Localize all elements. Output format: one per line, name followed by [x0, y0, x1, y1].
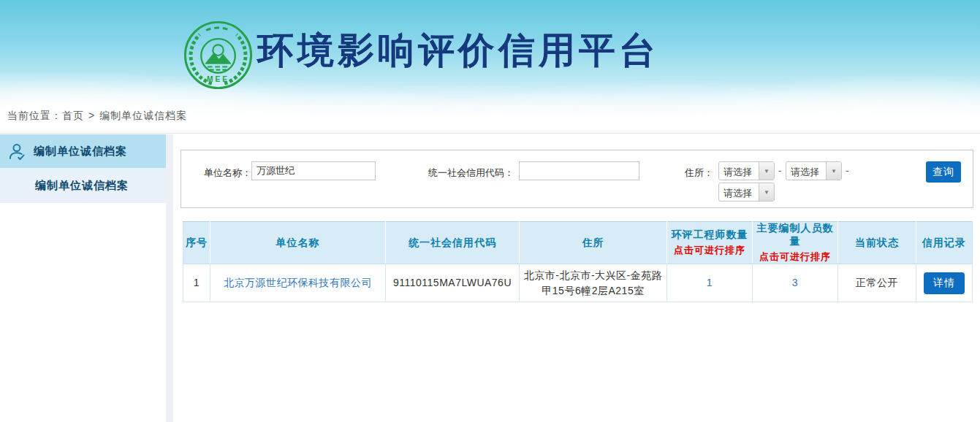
results-table: 序号 单位名称 统一社会信用代码 住所 环评工程师数量 点击可进行排序 主要编制… — [183, 221, 973, 302]
sidebar-item-unit-credit-archive[interactable]: 编制单位诚信档案 — [0, 134, 166, 168]
detail-button[interactable]: 详情 — [924, 272, 965, 294]
unit-name-label: 单位名称： — [189, 166, 251, 180]
sidebar: 编制单位诚信档案 编制单位诚信档案 — [0, 134, 166, 203]
city-select[interactable]: 请选择 ▼ — [786, 161, 842, 180]
col-engineer-count-title: 环评工程师数量 — [667, 229, 752, 242]
unit-name-link[interactable]: 北京万源世纪环保科技有限公司 — [224, 277, 372, 288]
breadcrumb: 当前位置：首页>编制单位诚信档案 — [7, 110, 187, 123]
main-content: 单位名称： 统一社会信用代码： 住所： 请选择 ▼ - 请选择 ▼ - 请选择 … — [173, 134, 980, 422]
province-select-value: 请选择 — [719, 162, 759, 180]
district-select[interactable]: 请选择 ▼ — [718, 183, 775, 202]
address-dash: - — [778, 165, 781, 176]
col-credit-record: 信用记录 — [916, 222, 973, 264]
page-title: 环境影响评价信用平台 — [257, 26, 659, 75]
staff-count-link[interactable]: 3 — [792, 277, 798, 288]
col-credit-code: 统一社会信用代码 — [386, 222, 520, 264]
chevron-down-icon: ▼ — [764, 189, 770, 196]
table-row: 1 北京万源世纪环保科技有限公司 91110115MA7LWUA76U 北京市-… — [183, 264, 973, 302]
cell-address: 北京市-北京市-大兴区-金苑路甲15号6幢2层A215室 — [520, 264, 667, 302]
breadcrumb-prefix: 当前位置： — [7, 110, 62, 121]
cell-status: 正常公开 — [838, 264, 916, 302]
breadcrumb-current: 编制单位诚信档案 — [99, 110, 187, 121]
person-check-icon — [7, 142, 27, 161]
logo-mee-text: MEE — [207, 75, 229, 83]
col-engineer-count-sortable[interactable]: 环评工程师数量 点击可进行排序 — [667, 222, 753, 264]
query-button[interactable]: 查询 — [926, 161, 961, 183]
search-panel: 单位名称： 统一社会信用代码： 住所： 请选择 ▼ - 请选择 ▼ - 请选择 … — [181, 150, 973, 208]
cell-credit-code: 91110115MA7LWUA76U — [386, 264, 520, 302]
col-status: 当前状态 — [838, 222, 916, 264]
sort-hint: 点击可进行排序 — [753, 250, 837, 264]
address-dash: - — [846, 165, 848, 176]
sidebar-subitem-unit-credit-archive[interactable]: 编制单位诚信档案 — [0, 168, 166, 203]
mee-logo-icon: MEE — [183, 20, 254, 91]
cell-index: 1 — [183, 264, 210, 302]
page-body: 编制单位诚信档案 编制单位诚信档案 单位名称： 统一社会信用代码： 住所： 请选… — [0, 134, 980, 422]
header-banner: MEE 环境影响评价信用平台 当前位置：首页>编制单位诚信档案 — [0, 0, 980, 134]
col-index: 序号 — [183, 222, 210, 264]
breadcrumb-home-link[interactable]: 首页 — [62, 110, 84, 121]
chevron-down-icon: ▼ — [764, 168, 770, 174]
chevron-down-icon: ▼ — [831, 168, 837, 174]
address-label: 住所： — [664, 166, 713, 180]
col-staff-count-title: 主要编制人员数量 — [753, 222, 837, 248]
district-select-value: 请选择 — [719, 183, 759, 201]
sort-hint: 点击可进行排序 — [667, 244, 752, 257]
province-select[interactable]: 请选择 ▼ — [718, 161, 775, 180]
col-address: 住所 — [520, 222, 667, 264]
credit-code-input[interactable] — [519, 161, 639, 180]
sidebar-subitem-label: 编制单位诚信档案 — [35, 179, 129, 193]
breadcrumb-separator: > — [88, 110, 95, 121]
col-staff-count-sortable[interactable]: 主要编制人员数量 点击可进行排序 — [753, 222, 838, 264]
unit-name-input[interactable] — [251, 161, 376, 180]
table-header-row: 序号 单位名称 统一社会信用代码 住所 环评工程师数量 点击可进行排序 主要编制… — [183, 222, 973, 264]
sidebar-item-label: 编制单位诚信档案 — [34, 145, 127, 158]
sidebar-content-divider — [166, 134, 173, 422]
credit-code-label: 统一社会信用代码： — [400, 166, 514, 180]
col-unit-name: 单位名称 — [210, 222, 386, 264]
city-select-value: 请选择 — [786, 162, 826, 180]
engineer-count-link[interactable]: 1 — [707, 277, 713, 288]
